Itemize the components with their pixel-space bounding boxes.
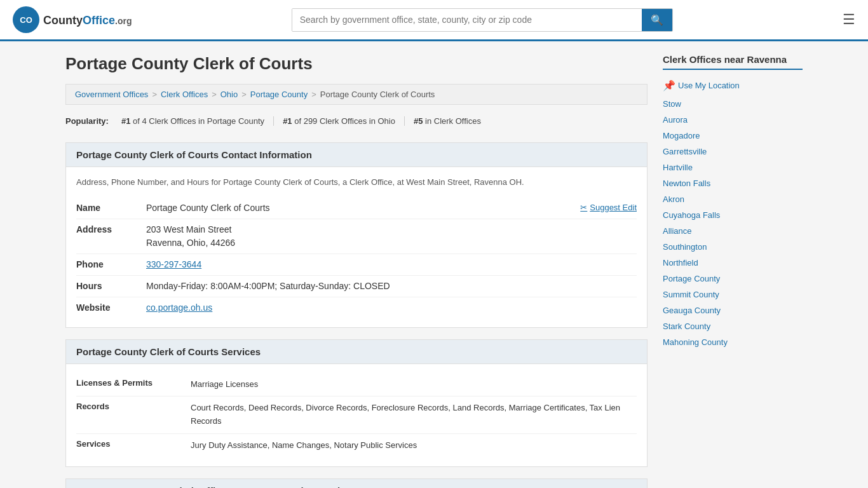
phone-label: Phone [76, 258, 146, 269]
website-value: co.portage.oh.us [146, 301, 637, 315]
breadcrumb-government-offices[interactable]: Government Offices [75, 90, 148, 99]
sidebar-link-item[interactable]: Cuyahoga Falls [663, 207, 803, 223]
sidebar: Clerk Offices near Ravenna 📌 Use My Loca… [663, 54, 803, 488]
sidebar-use-location[interactable]: 📌 Use My Location [663, 78, 803, 93]
popularity-item-1: #1 of 4 Clerk Offices in Portage County [112, 116, 274, 126]
suggest-edit-label: Suggest Edit [590, 201, 637, 214]
svc-value-records: Court Records, Deed Records, Divorce Rec… [191, 402, 637, 428]
sidebar-link-item[interactable]: Akron [663, 191, 803, 207]
services-section-body: Licenses & Permits Marriage Licenses Rec… [66, 364, 647, 466]
phone-link[interactable]: 330-297-3644 [146, 259, 201, 269]
sidebar-link-item[interactable]: Portage County [663, 271, 803, 287]
contact-phone-row: Phone 330-297-3644 [76, 254, 637, 276]
sidebar-links: StowAuroraMogadoreGarrettsvilleHartville… [663, 96, 803, 350]
header: CO CountyOffice.org 🔍 ☰ [0, 0, 868, 41]
breadcrumb-clerk-offices[interactable]: Clerk Offices [161, 90, 208, 99]
logo-area: CO CountyOffice.org [13, 6, 132, 33]
svc-value-services: Jury Duty Assistance, Name Changes, Nota… [191, 439, 637, 452]
sidebar-title: Clerk Offices near Ravenna [663, 54, 803, 70]
sidebar-link-item[interactable]: Summit County [663, 287, 803, 302]
address-value: 203 West Main Street Ravenna, Ohio, 4426… [146, 223, 637, 250]
contact-website-row: Website co.portage.oh.us [76, 297, 637, 318]
logo-icon: CO [13, 6, 39, 33]
contact-section-body: Address, Phone Number, and Hours for Por… [66, 167, 647, 327]
sidebar-link-item[interactable]: Garrettsville [663, 144, 803, 159]
contact-section-header: Portage County Clerk of Courts Contact I… [66, 143, 647, 167]
popularity-item-3: #5 in Clerk Offices [405, 116, 490, 126]
breadcrumb-sep-3: > [241, 90, 247, 99]
edit-icon: ✂ [580, 201, 587, 214]
breadcrumb-current: Portage County Clerk of Courts [320, 90, 435, 99]
svc-label-licenses: Licenses & Permits [76, 378, 191, 388]
sidebar-link-item[interactable]: Stark County [663, 318, 803, 334]
breadcrumb-sep-1: > [152, 90, 157, 99]
search-area: 🔍 [292, 8, 673, 32]
breadcrumb: Government Offices > Clerk Offices > Ohi… [65, 84, 648, 105]
name-row-inner: Portage County Clerk of Courts ✂ Suggest… [146, 201, 637, 215]
location-pin-icon: 📌 [663, 79, 675, 92]
services-section-header: Portage County Clerk of Courts Services [66, 340, 647, 364]
svc-row-licenses: Licenses & Permits Marriage Licenses [76, 373, 637, 397]
address-line1: 203 West Main Street [146, 223, 637, 236]
website-label: Website [76, 301, 146, 313]
popularity-item-2: #1 of 299 Clerk Offices in Ohio [274, 116, 405, 126]
address-line2: Ravenna, Ohio, 44266 [146, 236, 637, 250]
search-input-wrap: 🔍 [292, 8, 673, 32]
sidebar-link-item[interactable]: Alliance [663, 223, 803, 239]
contact-name-row: Name Portage County Clerk of Courts ✂ Su… [76, 198, 637, 219]
hours-label: Hours [76, 280, 146, 291]
search-button[interactable]: 🔍 [642, 9, 672, 31]
breadcrumb-ohio[interactable]: Ohio [220, 90, 238, 99]
hours-value: Monday-Friday: 8:00AM-4:00PM; Saturday-S… [146, 280, 637, 293]
name-value: Portage County Clerk of Courts ✂ Suggest… [146, 201, 637, 215]
contact-section: Portage County Clerk of Courts Contact I… [65, 142, 648, 328]
phone-value: 330-297-3644 [146, 258, 637, 271]
header-right: ☰ [832, 11, 855, 28]
sidebar-link-item[interactable]: Aurora [663, 112, 803, 128]
sidebar-link-item[interactable]: Southington [663, 239, 803, 255]
services-section: Portage County Clerk of Courts Services … [65, 339, 648, 467]
sidebar-link-item[interactable]: Geauga County [663, 302, 803, 318]
breadcrumb-sep-2: > [212, 90, 217, 99]
svc-label-records: Records [76, 402, 191, 411]
contact-address-row: Address 203 West Main Street Ravenna, Oh… [76, 219, 637, 254]
contact-name-text: Portage County Clerk of Courts [146, 201, 270, 215]
property-section: Free Portage County Clerk Office Propert… [65, 478, 648, 488]
search-input[interactable] [292, 9, 642, 31]
menu-icon[interactable]: ☰ [843, 11, 855, 28]
name-label: Name [76, 201, 146, 213]
svc-value-licenses: Marriage Licenses [191, 378, 637, 391]
breadcrumb-sep-4: > [311, 90, 316, 99]
site-logo-text[interactable]: CountyOffice.org [43, 13, 132, 27]
popularity-bar: Popularity: #1 of 4 Clerk Offices in Por… [65, 112, 648, 130]
sidebar-link-item[interactable]: Northfield [663, 255, 803, 271]
contact-hours-row: Hours Monday-Friday: 8:00AM-4:00PM; Satu… [76, 276, 637, 297]
sidebar-link-item[interactable]: Newton Falls [663, 175, 803, 191]
website-link[interactable]: co.portage.oh.us [146, 302, 212, 313]
sidebar-link-item[interactable]: Mahoning County [663, 334, 803, 350]
property-section-header: Free Portage County Clerk Office Propert… [66, 479, 647, 488]
contact-description: Address, Phone Number, and Hours for Por… [76, 176, 637, 189]
svc-row-records: Records Court Records, Deed Records, Div… [76, 396, 637, 434]
svc-row-services: Services Jury Duty Assistance, Name Chan… [76, 434, 637, 458]
main-container: Portage County Clerk of Courts Governmen… [53, 41, 815, 488]
use-my-location-link[interactable]: Use My Location [678, 78, 740, 93]
popularity-label: Popularity: [65, 116, 109, 126]
sidebar-link-item[interactable]: Mogadore [663, 128, 803, 144]
content-area: Portage County Clerk of Courts Governmen… [65, 54, 648, 488]
page-title: Portage County Clerk of Courts [65, 54, 648, 74]
sidebar-link-item[interactable]: Stow [663, 96, 803, 112]
svg-text:CO: CO [20, 15, 32, 25]
sidebar-link-item[interactable]: Hartville [663, 159, 803, 175]
svc-label-services: Services [76, 439, 191, 449]
breadcrumb-portage-county[interactable]: Portage County [250, 90, 308, 99]
suggest-edit-button[interactable]: ✂ Suggest Edit [580, 201, 637, 214]
address-label: Address [76, 223, 146, 234]
